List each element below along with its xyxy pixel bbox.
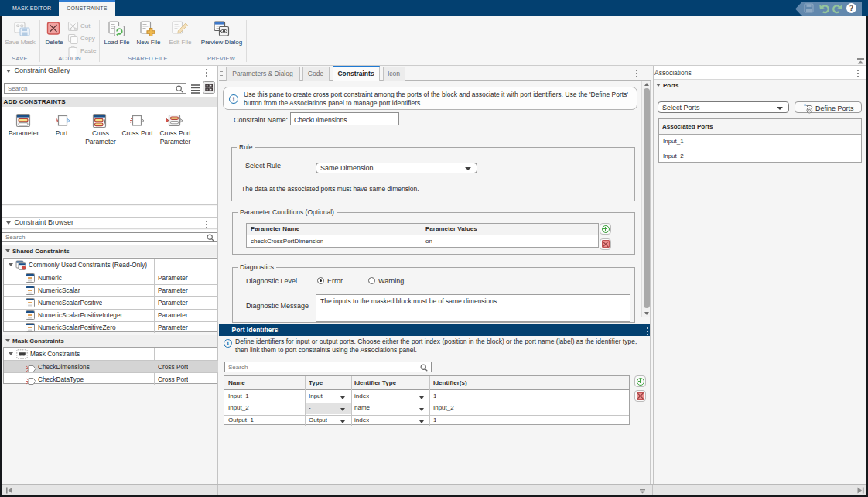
svg-text:?: ? xyxy=(849,4,853,12)
